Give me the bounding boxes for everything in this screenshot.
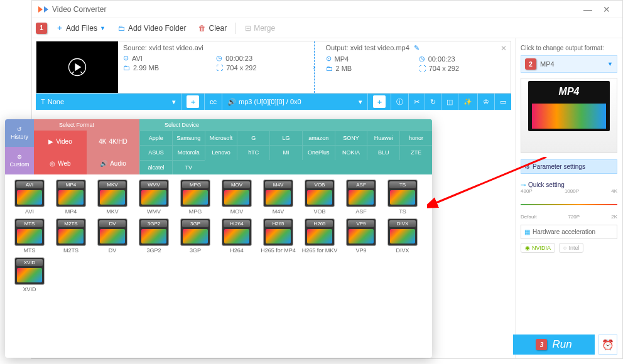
format-3gp2[interactable]: 3GP23GP2 — [134, 218, 173, 254]
device-huawei[interactable]: Huawei — [367, 131, 399, 145]
file-item: Source: xvid test video.avi ⊙AVI ◷00:00:… — [36, 41, 511, 94]
history-icon: ↺ — [17, 126, 22, 132]
device-samsung[interactable]: Samsung — [172, 131, 205, 145]
close-button[interactable]: ✕ — [597, 4, 616, 14]
hw-label: Hardware acceleration — [533, 228, 595, 235]
add-folder-button[interactable]: 🗀 Add Video Folder — [114, 23, 190, 34]
crop-icon[interactable]: ◫ — [447, 98, 453, 106]
format-label: M4V — [273, 208, 284, 215]
format-3gp[interactable]: 3GP3GP — [176, 218, 215, 254]
source-info: Source: xvid test video.avi ⊙AVI ◷00:00:… — [118, 41, 308, 93]
format-h265-for-mkv[interactable]: H265H265 for MKV — [300, 218, 339, 254]
source-format: AVI — [132, 55, 143, 62]
device-mi[interactable]: MI — [269, 145, 302, 159]
category-video[interactable]: ▶Video — [34, 131, 87, 153]
schedule-button[interactable]: ⏰ — [598, 335, 617, 355]
run-label: Run — [552, 338, 571, 351]
select-format-header: Select Format — [34, 119, 139, 131]
category-4khd[interactable]: 4K4K/HD — [87, 131, 139, 153]
format-vob[interactable]: VOBVOB — [300, 179, 339, 215]
format-icon: ⊙ — [123, 54, 129, 62]
cut-icon[interactable]: ✂ — [414, 98, 420, 106]
device-nokia[interactable]: NOKIA — [335, 145, 367, 159]
add-audio-button[interactable]: ＋ — [373, 95, 386, 108]
output-size: 2 MB — [336, 65, 352, 72]
quality-2k: 2K — [611, 214, 617, 220]
chevron-down-icon: ▾ — [359, 98, 362, 106]
parameter-settings-button[interactable]: ⚙ Parameter settings — [521, 159, 617, 174]
subtitle-icon: T — [41, 98, 45, 105]
panel-tab-custom[interactable]: ⚙ Custom — [5, 147, 34, 174]
audio-track-value[interactable]: mp3 (U[0][0][0] / 0x0 — [239, 98, 301, 105]
format-m2ts[interactable]: M2TSM2TS — [51, 218, 90, 254]
intel-chip[interactable]: ○Intel — [559, 243, 583, 253]
step-badge-1: 1 — [36, 23, 47, 34]
run-button[interactable]: 3 Run — [513, 335, 595, 355]
format-mkv[interactable]: MKVMKV — [93, 179, 132, 215]
info-icon[interactable]: ⓘ — [396, 97, 403, 107]
device-apple[interactable]: Apple — [139, 131, 172, 145]
format-mov[interactable]: MOVMOV — [217, 179, 256, 215]
format-vp9[interactable]: VP9VP9 — [342, 218, 381, 254]
device-htc[interactable]: hTC — [237, 145, 269, 159]
add-subtitle-button[interactable]: ＋ — [187, 95, 199, 108]
watermark-icon[interactable]: ♔ — [483, 98, 489, 106]
video-thumbnail[interactable] — [36, 41, 118, 93]
format-divx[interactable]: DIVXDIVX — [383, 218, 422, 254]
clear-button[interactable]: 🗑 Clear — [195, 23, 230, 34]
edit-icon[interactable]: ✎ — [414, 44, 420, 51]
intel-icon: ○ — [563, 245, 566, 251]
cc-icon[interactable]: cc — [210, 98, 217, 105]
device-motorola[interactable]: Motorola — [172, 145, 205, 159]
clock-icon: ◷ — [216, 54, 222, 62]
device-zte[interactable]: ZTE — [399, 145, 432, 159]
format-asf[interactable]: ASFASF — [342, 179, 381, 215]
device-lg[interactable]: LG — [269, 131, 302, 145]
format-label: TS — [399, 208, 406, 215]
format-label: DV — [109, 247, 117, 254]
nvidia-chip[interactable]: ◉NVIDIA — [521, 243, 555, 253]
quality-720p: 720P — [568, 214, 580, 220]
hardware-accel-button[interactable]: ▦ Hardware acceleration — [521, 225, 617, 239]
device-amazon[interactable]: amazon — [302, 131, 335, 145]
device-lenovo[interactable]: Lenovo — [205, 145, 237, 159]
subtitle-edit-icon[interactable]: ▭ — [500, 98, 506, 106]
device-microsoft[interactable]: Microsoft — [205, 131, 237, 145]
rotate-icon[interactable]: ↻ — [430, 98, 436, 106]
output-format-selector[interactable]: 2 MP4 ▼ — [521, 55, 617, 73]
format-label: AVI — [25, 208, 34, 215]
step-badge-3: 3 — [536, 339, 547, 350]
device-asus[interactable]: ASUS — [139, 145, 172, 159]
merge-button[interactable]: ⊟ Merge — [241, 23, 279, 34]
device-g[interactable]: G — [237, 131, 269, 145]
format-m4v[interactable]: M4VM4V — [259, 179, 298, 215]
device-sony[interactable]: SONY — [335, 131, 367, 145]
device-blu[interactable]: BLU — [367, 145, 399, 159]
format-avi[interactable]: AVIAVI — [10, 179, 49, 215]
format-mts[interactable]: MTSMTS — [10, 218, 49, 254]
subtitle-value[interactable]: None — [48, 98, 64, 105]
effects-icon[interactable]: ✨ — [463, 98, 472, 106]
device-alcatel[interactable]: alcatel — [139, 160, 172, 174]
device-tv[interactable]: TV — [172, 160, 205, 174]
panel-tab-history[interactable]: ↺ History — [5, 119, 34, 147]
format-xvid[interactable]: XVIDXVID — [10, 257, 49, 292]
format-label: WMV — [147, 208, 161, 215]
add-files-button[interactable]: ＋ Add Files ▼ — [52, 21, 109, 35]
device-oneplus[interactable]: OnePlus — [302, 145, 335, 159]
format-wmv[interactable]: WMVWMV — [134, 179, 173, 215]
remove-file-button[interactable]: ✕ — [501, 44, 507, 53]
category-web[interactable]: ◎Web — [34, 153, 87, 174]
format-mp4[interactable]: MP4MP4 — [51, 179, 90, 215]
format-mpg[interactable]: MPGMPG — [176, 179, 215, 215]
quality-4k: 4K — [611, 188, 617, 194]
category-audio[interactable]: 🔊Audio — [87, 153, 139, 174]
format-h265-for-mp4[interactable]: H265H265 for MP4 — [259, 218, 298, 254]
device-honor[interactable]: honor — [399, 131, 432, 145]
minimize-button[interactable]: — — [578, 4, 597, 14]
format-ts[interactable]: TSTS — [383, 179, 422, 215]
format-label: MKV — [106, 208, 119, 215]
format-dv[interactable]: DVDV — [93, 218, 132, 254]
quality-slider[interactable] — [521, 198, 617, 213]
format-h264[interactable]: H.264H264 — [217, 218, 256, 254]
